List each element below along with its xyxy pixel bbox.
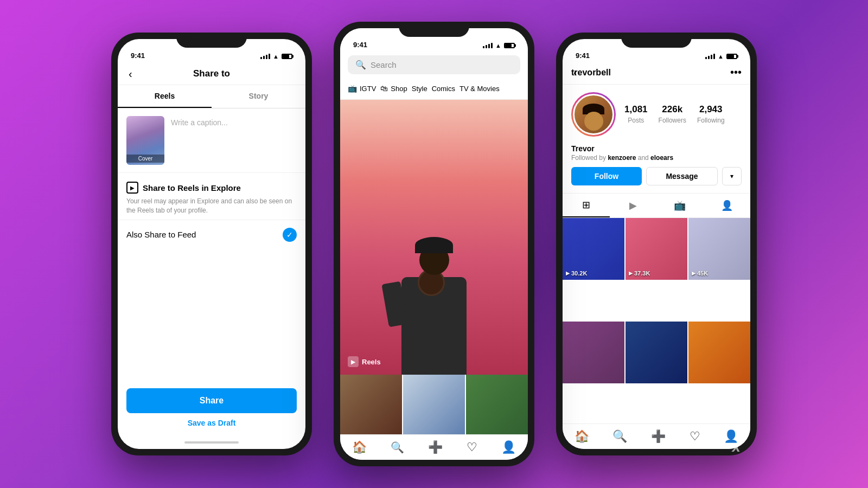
nav-search-2[interactable]: 🔍 xyxy=(391,441,404,454)
post-4[interactable] xyxy=(563,322,624,383)
nav-profile-2[interactable]: 👤 xyxy=(501,440,516,454)
cat-tv-movies[interactable]: TV & Movies xyxy=(459,82,500,95)
message-button[interactable]: Message xyxy=(646,167,718,185)
phone-1: 9:41 ▲ ‹ Share to xyxy=(111,33,312,455)
bar2-3 xyxy=(488,44,490,48)
tab-grid[interactable]: ⊞ xyxy=(563,194,610,217)
igtv-icon: 📺 xyxy=(348,84,357,93)
person-arm-left xyxy=(381,281,407,328)
also-share-checkbox[interactable]: ✓ xyxy=(283,228,297,242)
person-figure xyxy=(380,100,488,375)
view-count-3: 45K xyxy=(697,270,708,277)
action-buttons-row: Follow Message ▾ xyxy=(563,167,750,193)
wifi-icon-1: ▲ xyxy=(273,53,279,60)
posts-label: Posts xyxy=(628,117,644,124)
status-icons-3: ▲ xyxy=(705,53,737,60)
battery-icon-1 xyxy=(282,54,292,59)
cat-comics[interactable]: Comics xyxy=(432,82,455,95)
more-options-button[interactable]: ••• xyxy=(730,66,742,79)
tabs-row-1: Reels Story xyxy=(118,85,305,108)
stat-posts: 1,081 Posts xyxy=(624,104,648,125)
profile-tabs-row: ⊞ ▶ 📺 👤 xyxy=(563,193,750,218)
post-3[interactable]: ▶ 45K xyxy=(688,218,750,280)
cover-label: Cover xyxy=(126,155,164,163)
time-1: 9:41 xyxy=(131,52,145,60)
nav-heart-2[interactable]: ♡ xyxy=(467,440,477,454)
profile-info-row: 1,081 Posts 226k Followers 2,943 Followi… xyxy=(563,85,750,144)
share-explore-title: Share to Reels in Explore xyxy=(143,183,241,192)
follow-button[interactable]: Follow xyxy=(571,167,642,185)
thumb-3[interactable] xyxy=(466,375,528,434)
cat-shop-label: Shop xyxy=(391,85,407,93)
bar2-2 xyxy=(486,45,487,48)
bar3-3 xyxy=(711,55,712,59)
status-icons-2: ▲ xyxy=(483,42,515,49)
tab-story[interactable]: Story xyxy=(212,85,305,108)
shop-icon: 🛍 xyxy=(380,84,388,93)
back-button-1[interactable]: ‹ xyxy=(129,68,132,80)
cat-shop[interactable]: 🛍 Shop xyxy=(380,82,407,95)
post-2[interactable]: ▶ 37.3K xyxy=(626,218,687,280)
followers-label: Followers xyxy=(659,117,686,124)
cover-thumbnail[interactable]: Cover xyxy=(126,116,164,165)
signal-bars-3 xyxy=(705,54,715,59)
cat-tv-label: TV & Movies xyxy=(459,85,500,93)
nav-home-3[interactable]: 🏠 xyxy=(575,429,589,444)
also-share-label: Also Share to Feed xyxy=(126,230,196,239)
stat-followers: 226k Followers xyxy=(659,104,686,125)
back-button-3[interactable]: ‹ xyxy=(573,66,577,79)
caption-input[interactable]: Write a caption... xyxy=(171,116,297,127)
battery-fill-2 xyxy=(505,44,512,47)
thumb-1[interactable] xyxy=(340,375,402,434)
bar3-4 xyxy=(713,54,715,59)
following-label: Following xyxy=(697,117,725,124)
time-3: 9:41 xyxy=(576,52,590,60)
bar2-4 xyxy=(491,43,493,48)
status-icons-1: ▲ xyxy=(260,53,292,60)
nav-home-2[interactable]: 🏠 xyxy=(352,440,367,454)
wifi-icon-3: ▲ xyxy=(718,53,724,60)
explore-icon: ▶ xyxy=(126,182,138,194)
tab-reels-profile[interactable]: ▶ xyxy=(610,194,657,217)
nav-add-3[interactable]: ➕ xyxy=(651,429,666,444)
stats-row: 1,081 Posts 226k Followers 2,943 Followi… xyxy=(624,104,725,125)
post-5[interactable] xyxy=(626,322,687,383)
tab-igtv-profile[interactable]: 📺 xyxy=(656,194,704,217)
post-1[interactable]: ▶ 30.2K xyxy=(563,218,624,280)
battery-fill-1 xyxy=(283,55,289,58)
bottom-nav-3: 🏠 🔍 ➕ ♡ 👤 xyxy=(563,423,750,449)
nav-heart-3[interactable]: ♡ xyxy=(690,429,700,444)
notch-1 xyxy=(176,33,247,48)
share-to-header: ‹ Share to xyxy=(118,63,305,85)
play-icon-3: ▶ xyxy=(692,271,695,276)
following-count: 2,943 xyxy=(697,104,725,115)
watermark: x xyxy=(732,438,741,455)
phone-3-screen: 9:41 ▲ ‹ trevorbell xyxy=(563,39,750,449)
cat-style[interactable]: Style xyxy=(412,82,427,95)
signal-bars-2 xyxy=(483,43,493,48)
search-bar[interactable]: 🔍 Search xyxy=(348,55,520,74)
cat-igtv[interactable]: 📺 IGTV xyxy=(348,82,376,95)
share-explore-title-row: ▶ Share to Reels in Explore xyxy=(126,182,297,194)
save-draft-button[interactable]: Save as Draft xyxy=(126,419,297,427)
post-2-overlay: ▶ 37.3K xyxy=(629,270,650,277)
cat-style-label: Style xyxy=(412,85,427,93)
post-6[interactable] xyxy=(688,322,750,383)
thumb-2[interactable] xyxy=(403,375,465,434)
share-btn-area: Share Save as Draft xyxy=(118,380,305,436)
phone-3: 9:41 ▲ ‹ trevorbell xyxy=(556,33,757,455)
play-icon-1: ▶ xyxy=(566,271,570,276)
follower-2[interactable]: eloears xyxy=(650,154,673,162)
tab-reels[interactable]: Reels xyxy=(118,85,212,108)
nav-add-2[interactable]: ➕ xyxy=(428,440,443,454)
dropdown-button[interactable]: ▾ xyxy=(722,167,742,185)
also-share-row[interactable]: Also Share to Feed ✓ xyxy=(118,220,305,249)
nav-search-3[interactable]: 🔍 xyxy=(612,429,627,444)
tab-tagged[interactable]: 👤 xyxy=(704,194,751,217)
caption-row: Cover Write a caption... xyxy=(118,108,305,173)
follower-1[interactable]: kenzoere xyxy=(608,154,636,162)
view-count-2: 37.3K xyxy=(634,270,650,277)
notch-3 xyxy=(621,33,692,48)
avatar-ring xyxy=(571,92,616,137)
share-button[interactable]: Share xyxy=(126,388,297,413)
